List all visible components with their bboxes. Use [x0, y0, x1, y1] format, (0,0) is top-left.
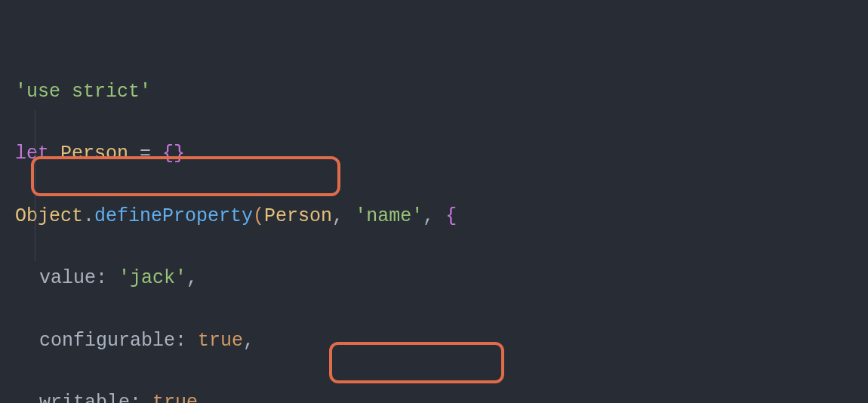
- brace-open: {: [445, 205, 457, 227]
- string-name: 'name': [355, 205, 423, 227]
- paren-open: (: [253, 205, 264, 227]
- prop-writable: writable: [39, 392, 130, 403]
- keyword-let: let: [15, 143, 49, 165]
- method-defineproperty: defineProperty: [94, 205, 253, 227]
- colon: :: [175, 330, 198, 352]
- colon: :: [130, 392, 152, 403]
- code-line-2: let Person = {}: [15, 138, 853, 169]
- comma: ,: [198, 392, 209, 403]
- code-line-5: configurable: true,: [15, 325, 853, 356]
- operator-assign: =: [128, 143, 162, 165]
- comma: ,: [423, 205, 445, 227]
- colon: :: [96, 267, 119, 289]
- code-line-4: value: 'jack',: [15, 263, 853, 294]
- prop-value: value: [39, 267, 96, 289]
- prop-configurable: configurable: [39, 330, 175, 352]
- code-line-3: Object.defineProperty(Person, 'name', {: [15, 201, 853, 232]
- identifier-person: Person: [60, 143, 128, 165]
- string-literal: 'use strict': [15, 81, 151, 103]
- code-block: 'use strict' let Person = {} Object.defi…: [15, 14, 853, 403]
- arg-person: Person: [264, 205, 332, 227]
- string-jack: 'jack': [119, 267, 186, 289]
- code-line-1: 'use strict': [15, 76, 853, 107]
- comma: ,: [243, 330, 254, 352]
- identifier-object: Object: [15, 205, 83, 227]
- bool-true: true: [152, 392, 198, 403]
- comma: ,: [186, 267, 198, 289]
- dot: .: [83, 205, 94, 227]
- bool-true: true: [198, 330, 243, 352]
- indent-guide: [35, 110, 35, 261]
- code-line-6: writable: true,: [15, 387, 853, 403]
- braces-empty: {}: [162, 143, 185, 165]
- comma: ,: [332, 205, 355, 227]
